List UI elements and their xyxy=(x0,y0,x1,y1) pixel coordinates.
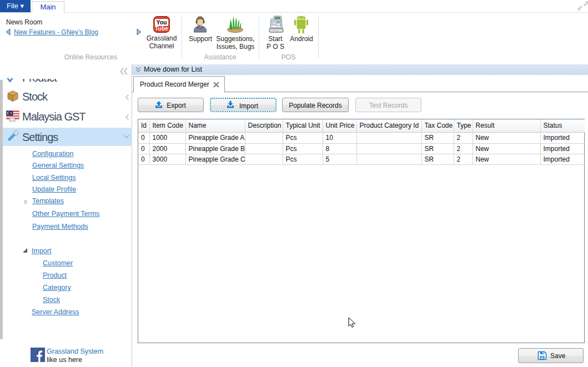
svg-text:Tube: Tube xyxy=(155,25,168,32)
